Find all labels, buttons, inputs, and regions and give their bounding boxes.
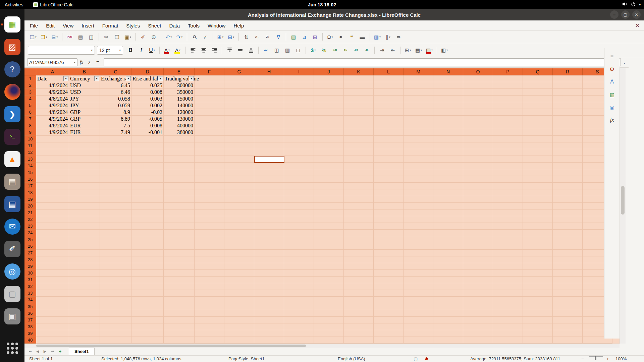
cell-A36[interactable] [36,310,69,317]
cell-J22[interactable] [314,216,344,223]
cell-M2[interactable] [404,82,433,89]
cell-N21[interactable] [433,209,463,216]
cell-I3[interactable] [284,89,314,96]
cell-P31[interactable] [493,277,523,283]
cell-L7[interactable] [374,116,404,122]
select-all-corner[interactable] [24,68,36,75]
cell-F24[interactable] [195,230,224,236]
cell-J8[interactable] [314,122,344,129]
cell-Q15[interactable] [523,169,553,176]
cell-O6[interactable] [463,109,493,116]
cell-B34[interactable] [69,297,100,303]
cell-B18[interactable] [69,189,100,196]
cell-O12[interactable] [463,149,493,156]
cell-P36[interactable] [493,310,523,317]
cell-F17[interactable] [195,183,224,189]
cell-M13[interactable] [404,156,433,163]
cell-I11[interactable] [284,142,314,149]
copy-icon[interactable]: ❐ [112,33,122,42]
cell-R37[interactable] [553,317,583,323]
format-number-icon[interactable]: 0.0 [330,46,340,55]
cell-E27[interactable] [164,250,195,256]
delete-decimal-place-icon[interactable]: .0- [362,46,372,55]
cell-C9[interactable]: 7.49 [100,129,131,136]
cell-I21[interactable] [284,209,314,216]
cell-K11[interactable] [344,142,374,149]
row-header-21[interactable]: 21 [24,209,36,216]
cell-G38[interactable] [224,323,254,330]
cell-F33[interactable] [195,290,224,297]
cell-N24[interactable] [433,230,463,236]
cell-L2[interactable] [374,82,404,89]
function-wizard-icon[interactable]: fx [77,58,86,66]
cell-D36[interactable] [131,310,164,317]
cell-G12[interactable] [224,149,254,156]
cell-R31[interactable] [553,277,583,283]
cell-G17[interactable] [224,183,254,189]
cell-B3[interactable]: USD [69,89,100,96]
cell-O2[interactable] [463,82,493,89]
cell-I1[interactable] [284,75,314,82]
cell-P7[interactable] [493,116,523,122]
cell-Q6[interactable] [523,109,553,116]
horizontal-scrollbar[interactable] [24,344,620,348]
active-cell-H13[interactable] [254,156,284,163]
cell-L16[interactable] [374,176,404,183]
cell-P15[interactable] [493,169,523,176]
cell-I14[interactable] [284,163,314,169]
cell-K7[interactable] [344,116,374,122]
cell-O8[interactable] [463,122,493,129]
cell-B5[interactable]: JPY [69,102,100,109]
cell-Q33[interactable] [523,290,553,297]
cell-C36[interactable] [100,310,131,317]
cell-L29[interactable] [374,263,404,270]
cell-R33[interactable] [553,290,583,297]
language-status[interactable]: English (USA) [338,356,365,361]
cell-C12[interactable] [100,149,131,156]
cell-B11[interactable] [69,142,100,149]
cell-M6[interactable] [404,109,433,116]
menu-styles[interactable]: Styles [126,23,140,28]
autofilter-icon[interactable]: ∇ [273,33,283,42]
cell-C25[interactable] [100,236,131,243]
cell-O24[interactable] [463,230,493,236]
row-header-8[interactable]: 8 [24,122,36,129]
row-header-11[interactable]: 11 [24,142,36,149]
cell-R40[interactable] [553,337,583,344]
cell-E8[interactable]: 400000 [164,122,195,129]
last-sheet-icon[interactable]: ⇥ [49,349,56,354]
cell-N1[interactable] [433,75,463,82]
column-header-I[interactable]: I [284,68,314,75]
average-sum-status[interactable]: Average: 72911.55659375; Sum: 2333169.81… [470,356,560,361]
align-right-icon[interactable] [209,46,219,55]
cell-J33[interactable] [314,290,344,297]
cell-O40[interactable] [463,337,493,344]
cell-R30[interactable] [553,270,583,277]
cell-N19[interactable] [433,196,463,203]
open-document-icon[interactable]: ❒▾ [39,33,49,42]
cell-C5[interactable]: 0.059 [100,102,131,109]
cell-C10[interactable] [100,136,131,142]
column-header-A[interactable]: A [36,68,69,75]
cell-K32[interactable] [344,283,374,290]
cell-D24[interactable] [131,230,164,236]
cell-C18[interactable] [100,189,131,196]
cell-Q9[interactable] [523,129,553,136]
cell-I30[interactable] [284,270,314,277]
cell-D38[interactable] [131,323,164,330]
cell-Q2[interactable] [523,82,553,89]
align-left-icon[interactable] [188,46,198,55]
cell-J11[interactable] [314,142,344,149]
chevron-down-icon[interactable]: ▾ [91,49,93,52]
cell-B9[interactable]: EUR [69,129,100,136]
cell-Q26[interactable] [523,243,553,250]
italic-icon[interactable]: I [136,46,146,55]
cell-J5[interactable] [314,102,344,109]
cell-P28[interactable] [493,256,523,263]
cell-I29[interactable] [284,263,314,270]
cell-K28[interactable] [344,256,374,263]
cell-Q8[interactable] [523,122,553,129]
cell-R19[interactable] [553,196,583,203]
cell-E4[interactable]: 150000 [164,96,195,102]
cell-K4[interactable] [344,96,374,102]
